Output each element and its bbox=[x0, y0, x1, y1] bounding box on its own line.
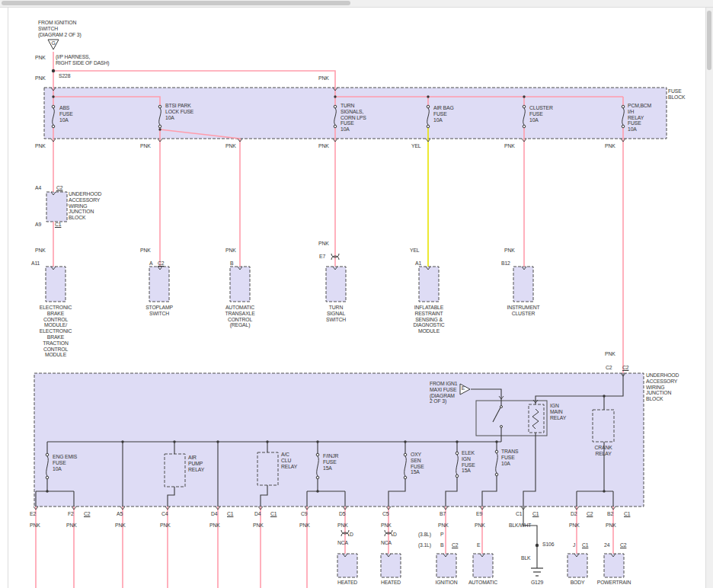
horizontal-scrollbar[interactable] bbox=[0, 0, 713, 8]
sdm-box bbox=[419, 267, 439, 302]
vertical-scrollbar[interactable] bbox=[705, 8, 713, 588]
fuse-terminal bbox=[404, 476, 407, 479]
fuse-terminal bbox=[523, 125, 526, 128]
splice-dot bbox=[603, 395, 605, 397]
fuse-terminal bbox=[46, 453, 49, 456]
automatic-component-box bbox=[473, 554, 493, 577]
connector-triangle-g-icon bbox=[48, 40, 59, 50]
fuse-block-box bbox=[44, 88, 667, 139]
splice-dot bbox=[173, 440, 175, 443]
fuse-terminal bbox=[46, 476, 49, 479]
underhood-junction-block-small-box bbox=[46, 192, 67, 222]
fuse-terminal bbox=[334, 105, 337, 108]
fuse-terminal bbox=[158, 105, 161, 108]
vertical-scrollbar-thumb[interactable] bbox=[707, 11, 711, 70]
fuse-terminal bbox=[495, 450, 498, 453]
splice-dot bbox=[121, 440, 123, 443]
wiring-diagram-page: FROM IGNITION SWITCH (DIAGRAM 2 OF 3)GPN… bbox=[0, 0, 713, 588]
wire bbox=[160, 129, 240, 267]
splice-dot bbox=[523, 95, 525, 97]
underhood-junction-block-box bbox=[34, 373, 644, 507]
diagram-canvas bbox=[0, 0, 713, 588]
splice-dot bbox=[404, 440, 406, 443]
horizontal-scrollbar-thumb[interactable] bbox=[2, 1, 350, 5]
splice-dot bbox=[216, 440, 219, 443]
fuse-terminal bbox=[456, 452, 459, 455]
splice-dot bbox=[536, 544, 539, 547]
heated-component-box bbox=[337, 554, 357, 577]
splice-dot bbox=[603, 490, 605, 492]
splice-dot bbox=[316, 490, 318, 492]
splice-dot bbox=[46, 490, 48, 492]
splice-dot bbox=[266, 440, 268, 443]
fuse-terminal bbox=[316, 453, 319, 456]
fuse-terminal bbox=[495, 473, 498, 476]
fuse-terminal bbox=[456, 475, 459, 478]
fuse-terminal bbox=[316, 476, 319, 479]
heated-component-box bbox=[381, 554, 401, 577]
stoplamp-switch-box bbox=[149, 267, 169, 302]
splice-dot bbox=[495, 440, 497, 443]
splice-dot bbox=[52, 95, 54, 97]
splice-dot bbox=[427, 95, 429, 97]
ebcm-box bbox=[46, 267, 66, 302]
ignition-component-box bbox=[436, 554, 456, 577]
relay-contact bbox=[500, 406, 503, 408]
instrument-cluster-box bbox=[513, 267, 533, 302]
fuse-terminal bbox=[622, 125, 625, 128]
fuse-terminal bbox=[622, 105, 625, 108]
splice-dot bbox=[316, 440, 318, 443]
page-border bbox=[8, 8, 8, 588]
fuse-terminal bbox=[427, 105, 430, 108]
wire bbox=[523, 507, 537, 568]
fuse-terminal bbox=[334, 125, 337, 128]
splice-dot bbox=[456, 440, 458, 443]
turn-signal-switch-box bbox=[326, 267, 346, 302]
splice-dot bbox=[158, 128, 161, 130]
fuse-terminal bbox=[427, 125, 430, 128]
relay-contact bbox=[500, 426, 503, 428]
fuse-terminal bbox=[52, 125, 55, 128]
powertrain-component-box bbox=[604, 554, 624, 577]
fuse-terminal bbox=[404, 453, 407, 456]
splice-dot bbox=[334, 95, 336, 97]
fuse-terminal bbox=[158, 125, 161, 128]
body-component-box bbox=[568, 554, 587, 577]
fuse-terminal bbox=[523, 105, 526, 108]
fuse-terminal bbox=[52, 105, 55, 108]
splice-dot bbox=[52, 69, 55, 72]
transaxle-control-box bbox=[230, 267, 250, 302]
